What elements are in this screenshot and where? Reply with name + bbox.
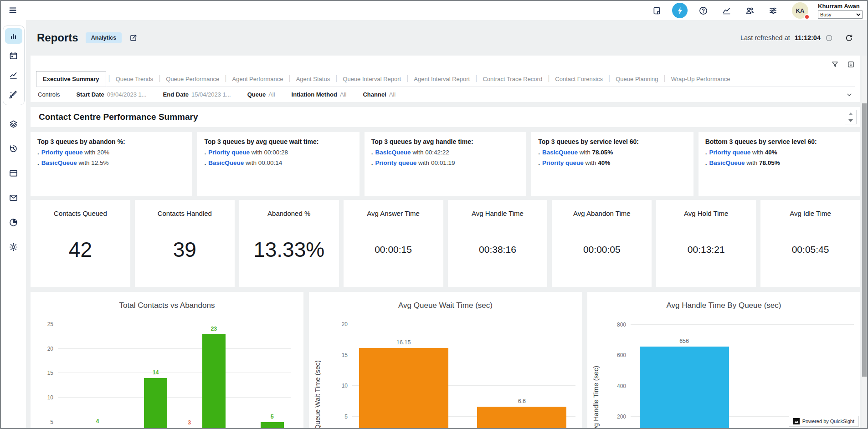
- topbar-help-button[interactable]: [695, 3, 711, 18]
- tab-agent-interval-report[interactable]: Agent Interval Report: [411, 72, 473, 87]
- tab-contract-trace-record[interactable]: Contract Trace Record: [479, 72, 545, 87]
- user-block: Khurram Awan Busy: [818, 3, 863, 19]
- summary-card-line: .BasicQueue with 12.5%: [37, 159, 185, 166]
- tab-agent-status[interactable]: Agent Status: [293, 72, 333, 87]
- filter-queue[interactable]: QueueAll: [247, 91, 275, 98]
- topbar-note-button[interactable]: [649, 3, 664, 18]
- topbar-people-button[interactable]: [742, 3, 757, 18]
- connector-text: with: [745, 159, 759, 166]
- refresh-info-button[interactable]: [825, 34, 833, 42]
- page-header-right: Last refreshed at 11:12:04: [740, 34, 853, 42]
- tab-queue-planning[interactable]: Queue Planning: [612, 72, 661, 87]
- tab-queue-interval-report[interactable]: Queue Interval Report: [339, 72, 404, 87]
- queue-link[interactable]: Priority queue: [41, 149, 83, 156]
- filter-start-date[interactable]: Start Date09/04/2023 1...: [76, 91, 146, 98]
- kpi-value: 00:00:15: [375, 217, 412, 287]
- summary-value: 00:00:28: [264, 149, 288, 156]
- sidebar-item-mail[interactable]: [5, 190, 22, 205]
- chart-panel-1: Avg Queue Wait Time (sec)Avg Queue Wait …: [309, 292, 582, 428]
- tab-queue-trends[interactable]: Queue Trends: [113, 72, 156, 87]
- panel-tools: [36, 58, 855, 70]
- tab-separator: |: [156, 74, 163, 87]
- filter-end-date[interactable]: End Date15/04/2023 1...: [163, 91, 231, 98]
- chart-panel-2: Avg Handle Time By Queue (sec)Avg Handle…: [587, 292, 860, 428]
- queue-link[interactable]: BasicQueue: [709, 159, 745, 166]
- bar-value-656[interactable]: [640, 347, 729, 428]
- kpi-label: Avg Handle Time: [472, 209, 524, 217]
- bar-value-5[interactable]: [261, 422, 284, 428]
- topbar-sliders-button[interactable]: [765, 3, 781, 18]
- filter-channel[interactable]: ChannelAll: [363, 91, 395, 98]
- charts-row: Total Contacts vs Abandons51015202541432…: [31, 292, 860, 428]
- kpi-row: Contacts Queued42Contacts Handled39Aband…: [31, 200, 860, 287]
- bar-value-label: 6.6: [518, 398, 526, 404]
- filter-intiation-method[interactable]: Intiation MethodAll: [292, 91, 347, 98]
- summary-card: Bottom 3 queues by service level 60:.Pri…: [699, 132, 860, 196]
- sidebar-item-line-chart[interactable]: [5, 67, 22, 83]
- export-button[interactable]: [847, 61, 855, 68]
- queue-link[interactable]: Priority queue: [208, 149, 250, 156]
- summary-value: 12.5%: [91, 159, 108, 166]
- tab-contact-forensics[interactable]: Contact Forensics: [552, 72, 606, 87]
- connector-text: with: [244, 159, 258, 166]
- status-select[interactable]: Busy: [818, 10, 863, 19]
- tab-agent-performance[interactable]: Agent Performance: [229, 72, 287, 87]
- sidebar-item-brush[interactable]: [5, 87, 22, 102]
- user-avatar[interactable]: KA: [792, 2, 808, 19]
- sidebar-item-gear[interactable]: [5, 239, 22, 255]
- bar-value-16.15[interactable]: [359, 348, 448, 428]
- topbar-trend-button[interactable]: [719, 3, 734, 18]
- summary-card: Top 3 queues by service level 60:.BasicQ…: [531, 132, 693, 196]
- queue-link[interactable]: BasicQueue: [375, 149, 411, 156]
- queue-link[interactable]: BasicQueue: [41, 159, 77, 166]
- filter-button[interactable]: [831, 61, 839, 68]
- spinner-up-button[interactable]: [845, 110, 856, 117]
- sidebar-item-calendar[interactable]: [5, 48, 22, 63]
- sidebar-item-layers[interactable]: [5, 116, 22, 132]
- vertical-scrollbar-thumb[interactable]: [862, 103, 867, 377]
- connector-text: with: [83, 149, 98, 156]
- y-tick-label: 15: [342, 352, 348, 358]
- refresh-icon: [845, 34, 853, 42]
- bar-value-14[interactable]: [144, 378, 167, 428]
- tab-wrap-up-performance[interactable]: Wrap-Up Performance: [668, 72, 734, 87]
- queue-link[interactable]: Priority queue: [375, 159, 417, 166]
- summary-value: 78.05%: [759, 159, 780, 166]
- queue-link[interactable]: BasicQueue: [542, 149, 578, 156]
- queue-link[interactable]: Priority queue: [709, 149, 750, 156]
- pie-icon: [9, 218, 18, 227]
- queue-link[interactable]: BasicQueue: [208, 159, 244, 166]
- kpi-label: Avg Hold Time: [684, 209, 728, 217]
- sidebar-item-history[interactable]: [5, 141, 22, 156]
- tab-executive-summary[interactable]: Executive Summary: [36, 71, 106, 87]
- tab-queue-performance[interactable]: Queue Performance: [163, 72, 222, 87]
- open-external-button[interactable]: [129, 34, 138, 42]
- controls-collapse-button[interactable]: [846, 91, 853, 98]
- gear-icon: [9, 242, 18, 252]
- connector-text: with: [750, 149, 765, 156]
- sidebar-item-window[interactable]: [5, 165, 22, 181]
- chart-panel-0: Total Contacts vs Abandons51015202541432…: [31, 292, 303, 428]
- funnel-icon: [831, 61, 839, 68]
- kpi-value: 13.33%: [253, 217, 324, 287]
- filter-label: End Date: [163, 91, 189, 98]
- section-heading-bar: Contact Centre Performance Summary: [31, 107, 860, 127]
- sidebar-item-bar-chart[interactable]: [5, 28, 22, 44]
- hamburger-menu-button[interactable]: [6, 4, 20, 17]
- kpi-label: Contacts Handled: [158, 209, 212, 217]
- summary-card-line: .BasicQueue with 78.05%: [705, 159, 853, 166]
- queue-link[interactable]: Priority queue: [542, 159, 584, 166]
- sidebar-item-pie[interactable]: [5, 214, 22, 230]
- presence-dot: [804, 14, 810, 20]
- summary-cards-row: Top 3 queues by abandon %:.Priority queu…: [31, 132, 860, 196]
- refresh-button[interactable]: [845, 34, 853, 42]
- kpi-card-avg-idle-time: Avg Idle Time00:05:45: [760, 200, 860, 287]
- bar-value-6.6[interactable]: [477, 407, 566, 428]
- gridline: [58, 373, 291, 373]
- topbar-flash-button[interactable]: [672, 3, 688, 18]
- powered-by-text: Powered by QuickSight: [802, 419, 854, 424]
- gridline: [58, 324, 291, 324]
- bar-value-23[interactable]: [202, 334, 226, 428]
- gridline: [58, 397, 291, 398]
- spinner-down-button[interactable]: [845, 117, 856, 124]
